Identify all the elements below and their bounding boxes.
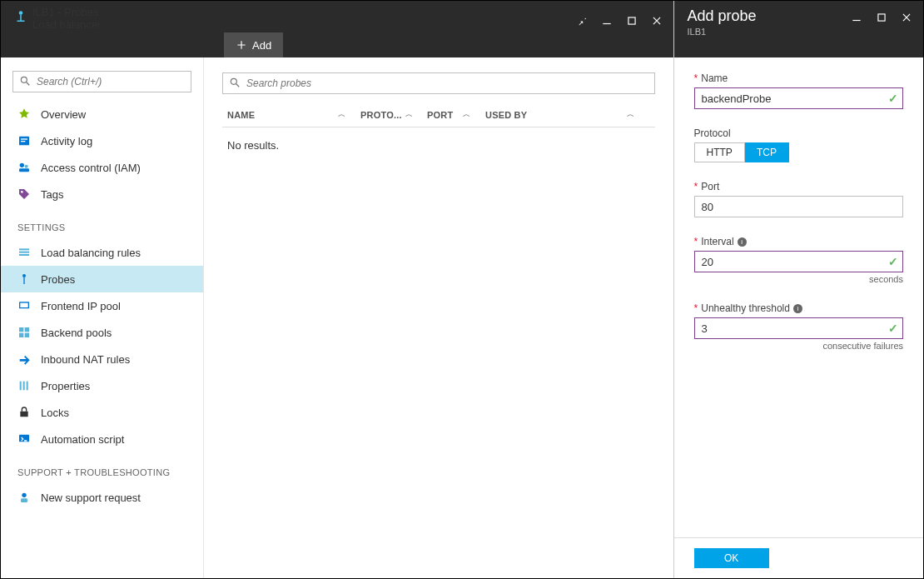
svg-rect-28	[20, 412, 27, 417]
probes-search-input[interactable]	[222, 72, 655, 94]
add-button-label: Add	[252, 39, 271, 52]
minimize-icon[interactable]	[850, 11, 863, 24]
right-panel-subtitle: ILB1	[688, 27, 850, 37]
panel-subtitle: Load balancer	[32, 18, 575, 31]
svg-rect-27	[27, 382, 28, 391]
close-icon[interactable]	[650, 14, 663, 27]
sidebar-item-automation[interactable]: Automation script	[1, 426, 203, 452]
sidebar-item-label: Properties	[41, 380, 90, 392]
svg-point-10	[20, 163, 24, 167]
svg-point-11	[25, 165, 28, 168]
sidebar-item-locks[interactable]: Locks	[1, 399, 203, 426]
info-icon[interactable]: i	[793, 304, 802, 313]
svg-point-17	[22, 274, 26, 277]
interval-label: Interval	[701, 236, 733, 247]
sidebar-item-backend-pools[interactable]: Backend pools	[1, 319, 203, 346]
port-label: Port	[701, 181, 719, 192]
minimize-icon[interactable]	[600, 14, 614, 27]
sidebar-search-input[interactable]	[12, 71, 191, 92]
check-icon: ✓	[888, 322, 898, 335]
sort-icon: ︿	[627, 109, 649, 120]
threshold-hint: consecutive failures	[694, 341, 903, 351]
sidebar-item-label: Backend pools	[41, 327, 112, 339]
check-icon: ✓	[888, 255, 898, 268]
info-icon[interactable]: i	[738, 237, 747, 247]
sidebar-item-inbound-nat[interactable]: Inbound NAT rules	[1, 346, 203, 372]
activity-log-icon	[17, 134, 31, 147]
add-button[interactable]: Add	[224, 32, 283, 57]
no-results-text: No results.	[222, 127, 655, 163]
section-settings: SETTINGS	[1, 207, 203, 239]
svg-rect-23	[19, 333, 23, 337]
interval-input[interactable]	[694, 251, 903, 272]
svg-rect-3	[603, 23, 610, 24]
sidebar-item-load-balancing[interactable]: Load balancing rules	[1, 239, 203, 266]
sidebar-item-label: Activity log	[41, 135, 92, 147]
svg-line-6	[27, 82, 30, 86]
svg-rect-24	[25, 333, 29, 337]
port-input[interactable]	[694, 196, 903, 217]
table-header: NAME︿ PROTO...︿ PORT︿ USED BY︿	[222, 102, 655, 127]
svg-rect-16	[19, 254, 29, 256]
sidebar-item-tags[interactable]: Tags	[1, 181, 203, 207]
svg-rect-21	[19, 327, 23, 332]
svg-rect-18	[23, 277, 24, 284]
probes-icon	[17, 272, 31, 286]
col-protocol[interactable]: PROTO...︿	[360, 109, 427, 120]
sidebar-item-activity-log[interactable]: Activity log	[1, 127, 203, 154]
load-balancer-icon	[9, 6, 32, 32]
backend-pools-icon	[17, 326, 31, 339]
sidebar-item-frontend-ip[interactable]: Frontend IP pool	[1, 292, 203, 319]
svg-rect-22	[25, 327, 29, 332]
svg-point-13	[21, 191, 23, 193]
sidebar-item-label: Overview	[41, 108, 86, 121]
sidebar-item-label: Load balancing rules	[41, 247, 141, 259]
lock-icon	[17, 406, 31, 419]
close-icon[interactable]	[900, 11, 913, 24]
sidebar-item-label: New support request	[41, 492, 141, 504]
svg-point-5	[21, 77, 27, 82]
access-control-icon	[17, 161, 31, 174]
sidebar-item-overview[interactable]: Overview	[1, 101, 203, 127]
svg-rect-14	[19, 248, 29, 250]
sort-icon: ︿	[463, 109, 485, 120]
svg-rect-1	[20, 15, 22, 22]
support-icon	[17, 491, 31, 504]
threshold-label: Unhealthy threshold	[701, 302, 790, 314]
interval-hint: seconds	[694, 274, 903, 284]
col-port[interactable]: PORT︿	[427, 109, 485, 120]
name-label: Name	[701, 72, 728, 84]
protocol-label: Protocol	[694, 127, 731, 139]
svg-line-33	[236, 84, 240, 87]
pin-icon[interactable]	[575, 14, 589, 27]
svg-rect-20	[20, 303, 27, 307]
sidebar-item-label: Probes	[41, 273, 75, 286]
maximize-icon[interactable]	[875, 11, 888, 24]
protocol-http[interactable]: HTTP	[694, 142, 745, 162]
sidebar-item-label: Automation script	[41, 433, 124, 446]
svg-rect-9	[21, 141, 25, 142]
sidebar: Overview Activity log Access control (IA…	[1, 57, 204, 578]
svg-rect-34	[852, 20, 860, 21]
ok-button[interactable]: OK	[694, 548, 769, 568]
sidebar-item-properties[interactable]: Properties	[1, 372, 203, 399]
name-input[interactable]	[694, 87, 903, 109]
sidebar-item-access-control[interactable]: Access control (IAM)	[1, 154, 203, 181]
sort-icon: ︿	[405, 109, 428, 120]
threshold-input[interactable]	[694, 317, 903, 339]
svg-rect-25	[20, 382, 22, 391]
sidebar-item-label: Frontend IP pool	[41, 300, 121, 312]
protocol-toggle: HTTP TCP	[694, 142, 903, 162]
col-used-by[interactable]: USED BY︿	[485, 109, 650, 120]
svg-rect-15	[19, 252, 29, 253]
rules-icon	[17, 246, 31, 259]
svg-rect-4	[628, 17, 634, 24]
col-name[interactable]: NAME︿	[227, 109, 360, 120]
protocol-tcp[interactable]: TCP	[745, 142, 789, 162]
sidebar-item-new-support[interactable]: New support request	[1, 484, 203, 511]
sidebar-item-probes[interactable]: Probes	[1, 266, 203, 292]
svg-point-0	[19, 11, 23, 15]
svg-rect-26	[23, 382, 25, 391]
properties-icon	[17, 379, 31, 392]
maximize-icon[interactable]	[625, 14, 638, 27]
